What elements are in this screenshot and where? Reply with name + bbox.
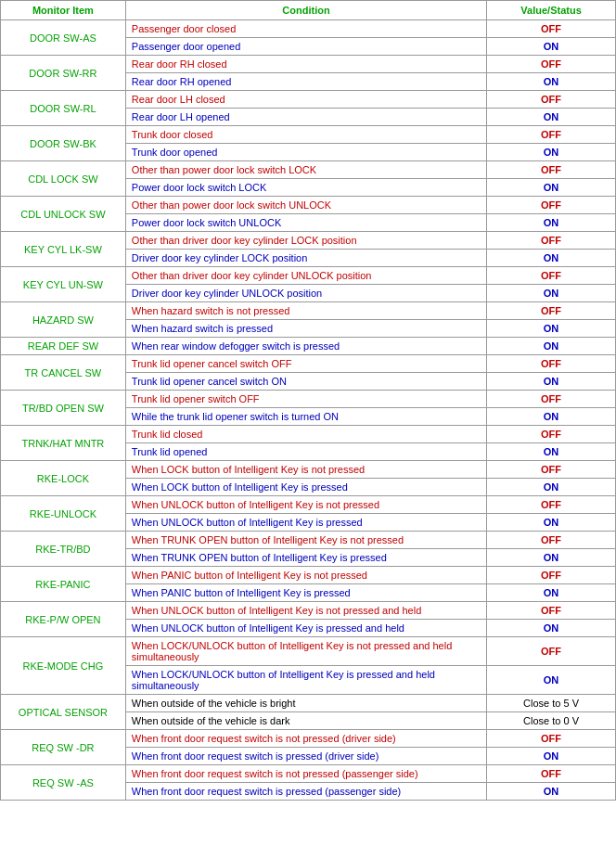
monitor-item-label: DOOR SW-BK <box>1 126 126 161</box>
condition-cell: When LOCK button of Intelligent Key is n… <box>125 461 486 479</box>
monitor-item-label: DOOR SW-AS <box>1 20 126 56</box>
condition-cell: When UNLOCK button of Intelligent Key is… <box>125 620 486 637</box>
condition-cell: Rear door RH opened <box>125 73 486 91</box>
monitor-item-label: KEY CYL LK-SW <box>1 232 126 267</box>
value-cell: OFF <box>487 91 616 109</box>
monitor-item-label: RKE-PANIC <box>1 567 126 602</box>
monitor-item-label: HAZARD SW <box>1 302 126 338</box>
value-cell: ON <box>487 620 616 637</box>
value-cell: ON <box>487 748 616 765</box>
table-row: REQ SW -DRWhen front door request switch… <box>1 730 616 748</box>
value-cell: OFF <box>487 496 616 514</box>
table-row: TR CANCEL SWTrunk lid opener cancel swit… <box>1 355 616 373</box>
value-cell: ON <box>487 214 616 232</box>
condition-cell: When rear window defogger switch is pres… <box>125 338 486 355</box>
condition-cell: Trunk lid opened <box>125 443 486 461</box>
monitor-item-label: RKE-MODE CHG <box>1 637 126 695</box>
condition-cell: Driver door key cylinder UNLOCK position <box>125 285 486 302</box>
value-cell: OFF <box>487 56 616 73</box>
condition-cell: Other than driver door key cylinder UNLO… <box>125 267 486 285</box>
table-row: RKE-UNLOCKWhen UNLOCK button of Intellig… <box>1 496 616 514</box>
condition-cell: Rear door LH closed <box>125 91 486 109</box>
condition-cell: Other than driver door key cylinder LOCK… <box>125 232 486 250</box>
condition-cell: Rear door RH closed <box>125 56 486 73</box>
table-row: DOOR SW-RRRear door RH closedOFF <box>1 56 616 73</box>
value-cell: ON <box>487 514 616 532</box>
value-cell: OFF <box>487 730 616 748</box>
condition-cell: When TRUNK OPEN button of Intelligent Ke… <box>125 532 486 549</box>
monitor-item-label: CDL LOCK SW <box>1 161 126 197</box>
table-row: RKE-P/W OPENWhen UNLOCK button of Intell… <box>1 602 616 620</box>
condition-cell: Trunk lid closed <box>125 426 486 443</box>
condition-cell: Other than power door lock switch UNLOCK <box>125 197 486 214</box>
value-cell: ON <box>487 320 616 338</box>
condition-cell: When PANIC button of Intelligent Key is … <box>125 567 486 584</box>
monitor-item-label: REQ SW -AS <box>1 765 126 801</box>
monitor-item-label: KEY CYL UN-SW <box>1 267 126 302</box>
condition-cell: When front door request switch is presse… <box>125 748 486 765</box>
value-cell: Close to 5 V <box>487 695 616 712</box>
condition-cell: Rear door LH opened <box>125 109 486 126</box>
table-row: RKE-LOCKWhen LOCK button of Intelligent … <box>1 461 616 479</box>
monitor-item-label: RKE-TR/BD <box>1 532 126 567</box>
condition-cell: When front door request switch is not pr… <box>125 730 486 748</box>
value-cell: ON <box>487 179 616 197</box>
monitor-item-label: RKE-P/W OPEN <box>1 602 126 637</box>
monitor-item-label: TRNK/HAT MNTR <box>1 426 126 461</box>
value-cell: ON <box>487 38 616 56</box>
value-cell: OFF <box>487 20 616 38</box>
monitor-item-label: DOOR SW-RL <box>1 91 126 126</box>
condition-cell: Trunk door closed <box>125 126 486 144</box>
value-cell: OFF <box>487 232 616 250</box>
value-cell: ON <box>487 408 616 426</box>
condition-cell: When LOCK button of Intelligent Key is p… <box>125 479 486 496</box>
value-cell: ON <box>487 285 616 302</box>
value-cell: OFF <box>487 532 616 549</box>
value-cell: ON <box>487 338 616 355</box>
condition-cell: When LOCK/UNLOCK button of Intelligent K… <box>125 637 486 666</box>
condition-cell: Driver door key cylinder LOCK position <box>125 250 486 267</box>
value-cell: ON <box>487 666 616 695</box>
value-cell: OFF <box>487 637 616 666</box>
value-cell: ON <box>487 109 616 126</box>
value-cell: OFF <box>487 302 616 320</box>
header-monitor: Monitor Item <box>1 1 126 20</box>
table-row: KEY CYL LK-SWOther than driver door key … <box>1 232 616 250</box>
table-row: CDL UNLOCK SWOther than power door lock … <box>1 197 616 214</box>
condition-cell: When LOCK/UNLOCK button of Intelligent K… <box>125 666 486 695</box>
monitor-item-label: TR CANCEL SW <box>1 355 126 391</box>
monitor-item-label: TR/BD OPEN SW <box>1 391 126 426</box>
value-cell: OFF <box>487 461 616 479</box>
table-row: CDL LOCK SWOther than power door lock sw… <box>1 161 616 179</box>
table-row: TR/BD OPEN SWTrunk lid opener switch OFF… <box>1 391 616 408</box>
monitor-item-label: DOOR SW-RR <box>1 56 126 91</box>
monitor-item-label: REAR DEF SW <box>1 338 126 355</box>
value-cell: OFF <box>487 267 616 285</box>
table-row: TRNK/HAT MNTRTrunk lid closedOFF <box>1 426 616 443</box>
value-cell: OFF <box>487 602 616 620</box>
value-cell: ON <box>487 250 616 267</box>
condition-cell: Trunk lid opener switch OFF <box>125 391 486 408</box>
value-cell: OFF <box>487 161 616 179</box>
condition-cell: When outside of the vehicle is bright <box>125 695 486 712</box>
condition-cell: When front door request switch is presse… <box>125 783 486 801</box>
value-cell: ON <box>487 73 616 91</box>
value-cell: ON <box>487 443 616 461</box>
value-cell: OFF <box>487 765 616 783</box>
condition-cell: When hazard switch is pressed <box>125 320 486 338</box>
condition-cell: When front door request switch is not pr… <box>125 765 486 783</box>
monitor-item-label: RKE-LOCK <box>1 461 126 496</box>
condition-cell: When outside of the vehicle is dark <box>125 712 486 730</box>
condition-cell: When PANIC button of Intelligent Key is … <box>125 584 486 602</box>
table-row: DOOR SW-BKTrunk door closedOFF <box>1 126 616 144</box>
monitor-item-label: OPTICAL SENSOR <box>1 695 126 730</box>
table-row: OPTICAL SENSORWhen outside of the vehicl… <box>1 695 616 712</box>
monitor-item-label: RKE-UNLOCK <box>1 496 126 532</box>
value-cell: OFF <box>487 197 616 214</box>
value-cell: Close to 0 V <box>487 712 616 730</box>
header-condition: Condition <box>125 1 486 20</box>
table-row: KEY CYL UN-SWOther than driver door key … <box>1 267 616 285</box>
condition-cell: Trunk lid opener cancel switch ON <box>125 373 486 391</box>
value-cell: ON <box>487 783 616 801</box>
table-row: DOOR SW-RLRear door LH closedOFF <box>1 91 616 109</box>
